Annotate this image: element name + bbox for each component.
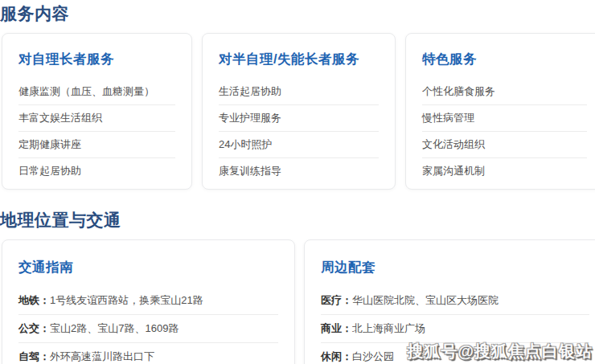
service-item: 24小时照护 [219,132,379,158]
card-transport-guide: 交通指南 地铁：1号线友谊西路站，换乘宝山21路 公交：宝山2路、宝山7路、16… [2,239,295,364]
section-title-services: 服务内容 [0,3,595,24]
sohu-watermark: 搜狐号@搜狐焦点白银站 [407,341,593,362]
info-row-drive: 自驾：外环高速蕰川路出口下 [18,343,278,364]
article-content: 服务内容 对自理长者服务 健康监测（血压、血糖测量） 丰富文娱生活组织 定期健康… [0,0,595,364]
info-row-medical: 医疗：华山医院北院、宝山区大场医院 [321,287,589,315]
info-row-bus: 公交：宝山2路、宝山7路、1609路 [18,315,278,343]
card-title: 周边配套 [321,258,589,276]
info-row-shopping: 商业：北上海商业广场 [321,315,589,343]
service-item: 健康监测（血压、血糖测量） [18,79,175,105]
info-text: 1号线友谊西路站，换乘宝山21路 [50,294,203,306]
service-item: 康复训练指导 [219,158,379,184]
services-cards-row: 对自理长者服务 健康监测（血压、血糖测量） 丰富文娱生活组织 定期健康讲座 日常… [2,33,595,190]
card-selfcare-services: 对自理长者服务 健康监测（血压、血糖测量） 丰富文娱生活组织 定期健康讲座 日常… [2,33,192,190]
card-semicare-services: 对半自理/失能长者服务 生活起居协助 专业护理服务 24小时照护 康复训练指导 [202,33,396,190]
service-item: 文化活动组织 [422,132,587,158]
card-special-services: 特色服务 个性化膳食服务 慢性病管理 文化活动组织 家属沟通机制 [405,33,595,190]
service-item: 日常起居协助 [18,158,175,184]
info-label: 医疗： [321,294,352,306]
info-label: 休闲： [321,350,352,362]
info-label: 自驾： [18,350,50,362]
info-text: 外环高速蕰川路出口下 [50,350,154,362]
card-title: 交通指南 [18,258,278,276]
info-text: 白沙公园 [352,350,394,362]
info-label: 商业： [321,322,352,334]
info-text: 宝山2路、宝山7路、1609路 [50,322,178,334]
service-item-list: 个性化膳食服务 慢性病管理 文化活动组织 家属沟通机制 [422,79,587,184]
service-item: 生活起居协助 [219,79,379,105]
service-item: 专业护理服务 [219,105,379,132]
service-item: 家属沟通机制 [422,158,587,184]
service-item-list: 健康监测（血压、血糖测量） 丰富文娱生活组织 定期健康讲座 日常起居协助 [18,79,175,184]
info-label: 公交： [18,322,50,334]
info-row-metro: 地铁：1号线友谊西路站，换乘宝山21路 [18,287,278,315]
service-item: 慢性病管理 [422,105,587,132]
service-item: 个性化膳食服务 [422,79,587,105]
service-item-list: 生活起居协助 专业护理服务 24小时照护 康复训练指导 [219,79,379,184]
card-title: 对半自理/失能长者服务 [219,50,379,67]
section-services: 服务内容 对自理长者服务 健康监测（血压、血糖测量） 丰富文娱生活组织 定期健康… [2,3,595,190]
info-text: 华山医院北院、宝山区大场医院 [352,294,499,306]
card-title: 特色服务 [422,50,587,67]
info-text: 北上海商业广场 [352,322,425,334]
info-label: 地铁： [18,294,50,306]
transport-item-list: 地铁：1号线友谊西路站，换乘宝山21路 公交：宝山2路、宝山7路、1609路 自… [18,287,278,364]
card-title: 对自理长者服务 [18,50,175,67]
service-item: 丰富文娱生活组织 [18,105,175,132]
service-item: 定期健康讲座 [18,132,175,158]
section-title-location: 地理位置与交通 [0,210,595,231]
